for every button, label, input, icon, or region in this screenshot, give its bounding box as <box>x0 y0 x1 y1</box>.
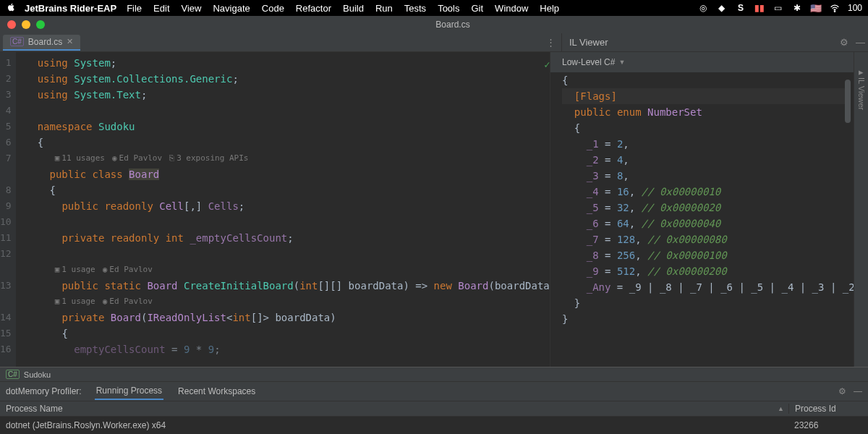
line-number: 13 <box>0 278 12 310</box>
menu-navigate[interactable]: Navigate <box>213 3 250 14</box>
menu-run[interactable]: Run <box>375 3 393 14</box>
il-level-dropdown[interactable]: Low-Level C#▼ <box>556 56 631 69</box>
tray-display-icon[interactable]: ▭ <box>773 2 784 14</box>
tray-pause-icon[interactable]: ▮▮ <box>754 2 765 14</box>
menu-refactor[interactable]: Refactor <box>296 3 331 14</box>
zoom-window-button[interactable] <box>36 20 45 29</box>
line-number: 5 <box>0 119 12 135</box>
line-number: 16 <box>0 341 12 357</box>
il-minimize-icon[interactable]: — <box>856 37 865 48</box>
window-titlebar: Board.cs <box>0 16 868 33</box>
menu-file[interactable]: File <box>127 3 142 14</box>
traffic-lights <box>7 20 45 29</box>
apple-icon[interactable] <box>6 2 16 14</box>
menu-view[interactable]: View <box>182 3 202 14</box>
line-number: 11 <box>0 230 12 246</box>
il-settings-icon[interactable]: ⚙ <box>840 37 848 48</box>
line-number: 12 <box>0 246 12 278</box>
menu-help[interactable]: Help <box>540 3 559 14</box>
tray-flag-icon[interactable]: 🇺🇸 <box>810 2 822 14</box>
app-name: JetBrains Rider-EAP <box>25 3 116 14</box>
line-number: 14 <box>0 310 12 326</box>
toolwindow-toggle-icon[interactable]: ▸ <box>859 67 864 77</box>
tray-bluetooth-icon[interactable]: ✱ <box>791 2 803 14</box>
right-toolwindow-bar: ▸ IL Viewer <box>854 52 868 367</box>
process-table-header: Process Name▲ Process Id <box>0 401 868 417</box>
profiler-tabs: dotMemory Profiler: Running Process Rece… <box>0 382 868 401</box>
panel-settings-icon[interactable]: ⚙ <box>838 386 846 396</box>
window-title: Board.cs <box>45 20 861 30</box>
tab-label: Board.cs <box>28 37 62 47</box>
il-viewer-header: IL Viewer ⚙ — <box>561 33 865 51</box>
code-vision-hint[interactable]: ▣ 1 usage◉ Ed Pavlov <box>38 294 550 310</box>
tab-board-cs[interactable]: C# Board.cs ✕ <box>3 35 80 51</box>
macos-menubar: JetBrains Rider-EAP File Edit View Navig… <box>0 0 868 16</box>
line-number: 10 <box>0 214 12 230</box>
tab-overflow-icon[interactable]: ⋮ <box>546 37 556 48</box>
tray-battery[interactable]: 100 <box>848 3 862 13</box>
line-gutter: 1 2 3 4 5 6 7 8 9 10 11 12 13 14 15 16 <box>0 52 16 367</box>
line-number: 15 <box>0 326 12 341</box>
line-number: 4 <box>0 103 12 119</box>
tab-running-process[interactable]: Running Process <box>95 383 163 400</box>
close-window-button[interactable] <box>7 20 16 29</box>
process-id-cell: 23266 <box>788 420 868 430</box>
process-name-cell: dotnet (JetBrains.Roslyn.Worker.exe) x64 <box>0 420 788 430</box>
line-number: 9 <box>0 198 12 214</box>
filetype-badge: C# <box>10 37 24 46</box>
tray-s-icon[interactable]: S <box>735 2 746 14</box>
il-viewer-title: IL Viewer <box>569 37 608 48</box>
menu-window[interactable]: Window <box>495 3 528 14</box>
il-scrollbar[interactable] <box>845 72 852 367</box>
close-tab-icon[interactable]: ✕ <box>67 37 73 46</box>
code-vision-hint[interactable]: ▣ 11 usages◉ Ed Pavlov⎘ 3 exposing APIs <box>38 150 550 166</box>
line-number: 7 <box>0 150 12 182</box>
panel-hide-icon[interactable]: — <box>854 386 862 396</box>
menu-tests[interactable]: Tests <box>404 3 426 14</box>
line-number: 8 <box>0 182 12 198</box>
process-row[interactable]: dotnet (JetBrains.Roslyn.Worker.exe) x64… <box>0 417 868 434</box>
col-process-name[interactable]: Process Name▲ <box>0 404 788 414</box>
svg-point-0 <box>834 11 835 12</box>
line-number: 6 <box>0 135 12 150</box>
inspection-ok-icon[interactable]: ✓ <box>544 56 550 72</box>
line-number: 2 <box>0 71 12 87</box>
line-number: 1 <box>0 55 12 71</box>
menu-build[interactable]: Build <box>343 3 364 14</box>
breadcrumb: C# Sudoku <box>0 367 868 382</box>
csproj-icon: C# <box>6 370 20 379</box>
main-split: 1 2 3 4 5 6 7 8 9 10 11 12 13 14 15 16 ✓… <box>0 52 868 367</box>
menu-edit[interactable]: Edit <box>153 3 169 14</box>
bottom-panel: C# Sudoku dotMemory Profiler: Running Pr… <box>0 367 868 434</box>
tray-circle-icon[interactable]: ◎ <box>697 2 709 14</box>
tab-recent-workspaces[interactable]: Recent Workspaces <box>176 383 257 399</box>
code-area[interactable]: ✓ using System; using System.Collections… <box>16 52 550 367</box>
tray-wifi-icon[interactable] <box>829 2 841 14</box>
breadcrumb-label[interactable]: Sudoku <box>24 370 51 379</box>
code-vision-hint[interactable]: ▣ 1 usage◉ Ed Pavlov <box>38 262 550 278</box>
line-number: 3 <box>0 87 12 103</box>
menu-tools[interactable]: Tools <box>438 3 459 14</box>
il-code-area[interactable]: { [Flags] public enum NumberSet { _1 = 2… <box>550 72 854 367</box>
editor-tabbar: C# Board.cs ✕ ⋮ IL Viewer ⚙ — <box>0 33 868 52</box>
il-toolbar: Low-Level C#▼ <box>550 52 854 72</box>
tray-app-icon[interactable]: ◆ <box>716 2 728 14</box>
col-process-id[interactable]: Process Id <box>788 404 868 414</box>
editor-pane: 1 2 3 4 5 6 7 8 9 10 11 12 13 14 15 16 ✓… <box>0 52 550 367</box>
menu-code[interactable]: Code <box>262 3 284 14</box>
menu-git[interactable]: Git <box>471 3 483 14</box>
minimize-window-button[interactable] <box>22 20 30 29</box>
il-viewer-panel: Low-Level C#▼ { [Flags] public enum Numb… <box>550 52 854 367</box>
profiler-label: dotMemory Profiler: <box>6 386 82 396</box>
il-viewer-toolwindow-tab[interactable]: IL Viewer <box>857 77 866 110</box>
